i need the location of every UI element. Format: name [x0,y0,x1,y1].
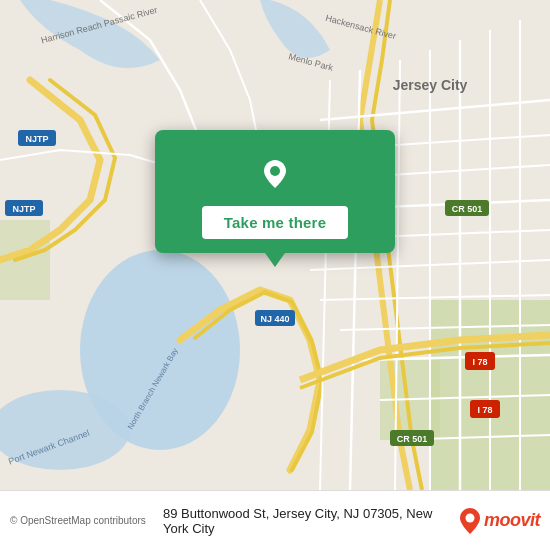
osm-credit-text: © OpenStreetMap contributors [10,515,146,526]
bottom-bar: © OpenStreetMap contributors 89 Buttonwo… [0,490,550,550]
svg-text:Jersey City: Jersey City [393,77,468,93]
map-container: NJTP NJTP NJ 440 [0,0,550,490]
svg-text:I 78: I 78 [477,405,492,415]
svg-text:NJ 440: NJ 440 [260,314,289,324]
svg-text:CR 501: CR 501 [397,434,428,444]
osm-credit: © OpenStreetMap contributors [10,514,153,527]
svg-point-50 [465,513,474,522]
svg-text:I 78: I 78 [472,357,487,367]
moovit-pin-icon [459,507,481,535]
moovit-logo: moovit [459,507,540,535]
svg-point-49 [270,166,280,176]
moovit-wordmark: moovit [484,510,540,531]
take-me-there-button[interactable]: Take me there [202,206,348,239]
svg-text:CR 501: CR 501 [452,204,483,214]
svg-text:NJTP: NJTP [12,204,35,214]
location-callout: Take me there [155,130,395,253]
location-pin-icon [253,152,297,196]
svg-text:NJTP: NJTP [25,134,48,144]
address-text: 89 Buttonwood St, Jersey City, NJ 07305,… [163,506,449,536]
